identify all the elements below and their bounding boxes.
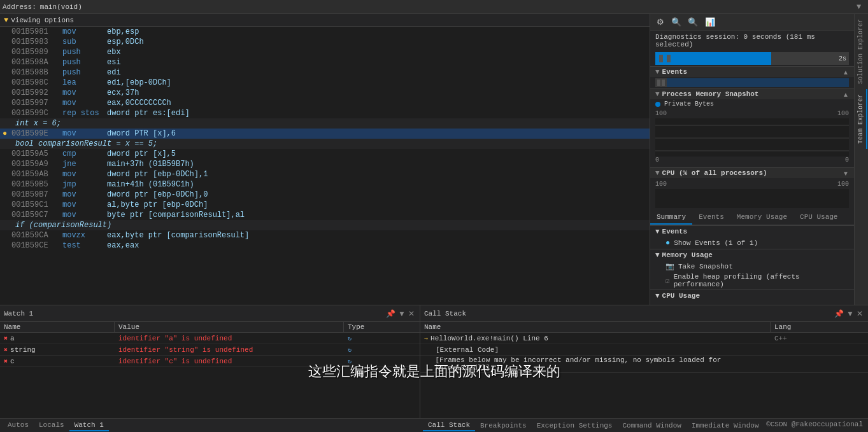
watch-col-value: Value [115, 322, 344, 332]
diag-snapshot-btn[interactable]: 📊 [704, 17, 716, 27]
take-snapshot-row[interactable]: 📷 Take Snapshot [650, 261, 854, 272]
line-addr: 001B59B7 [11, 190, 62, 200]
cpu-arrow-icon: ▼ [655, 169, 660, 177]
code-line: 001B59CE test eax,eax [0, 240, 650, 251]
watch-close-btn[interactable]: ✕ [407, 309, 416, 318]
code-area[interactable]: 001B5981 mov ebp,esp 001B5983 sub esp,0D… [0, 27, 650, 305]
cs-col-name: Name [420, 322, 771, 332]
viewing-options-bar[interactable]: ▼ Viewing Options [0, 14, 650, 27]
address-label: Address: [3, 3, 36, 11]
line-mnemonic: movzx [62, 230, 107, 240]
callstack-titlebar: Call Stack 📌 ▼ ✕ [420, 305, 868, 322]
watch-row: ✖ string identifier "string" is undefine… [0, 344, 420, 356]
callstack-close-btn[interactable]: ✕ [855, 309, 864, 318]
code-line: 001B59CA movzx eax,byte ptr [comparisonR… [0, 230, 650, 240]
diag-session-label: Diagnostics session: 0 seconds (181 ms s… [650, 31, 854, 51]
cs-row: ⇒ HelloWorld.exe!main() Line 6 C++ [420, 333, 868, 344]
memory-dot-icon [655, 102, 660, 107]
pause-bar-1 [659, 55, 663, 62]
line-operands: main+41h (01B59C1h) [107, 179, 194, 190]
diag-settings-btn[interactable]: ⚙ [655, 17, 665, 27]
diag-events-title: Events [662, 228, 688, 235]
solution-explorer-tab[interactable]: Solution Explorer [855, 14, 867, 89]
watch-error-icon: ✖ [4, 346, 8, 354]
line-operands: ecx,37h [107, 88, 139, 98]
code-line: 001B5989 push ebx [0, 47, 650, 57]
diag-memory-section-row: ▼ Memory Usage [650, 249, 854, 261]
tab-events[interactable]: Events [692, 211, 730, 225]
watch-name: string [10, 346, 36, 354]
watch-cell-value: identifier "a" is undefined [115, 335, 344, 342]
team-explorer-tab[interactable]: Team Explorer [855, 89, 867, 149]
timeline-bar: 2s [655, 52, 849, 65]
watch-name: a [10, 335, 15, 342]
line-addr: 001B5997 [11, 98, 62, 108]
private-bytes-label: Private Bytes [664, 101, 714, 108]
events-scroll-btn[interactable]: ▲ [843, 69, 849, 76]
refresh-icon: ↻ [348, 358, 352, 365]
line-mnemonic: mov [62, 129, 107, 139]
memory-chart-svg [655, 118, 849, 157]
cs-row: [External Code] [420, 344, 868, 356]
events-section-title: Events [662, 68, 688, 76]
watch-cell-name: ✖ a [0, 335, 115, 342]
cs-tab-breakpoints[interactable]: Breakpoints [475, 421, 532, 431]
bottom-tab-locals[interactable]: Locals [34, 420, 69, 431]
line-mnemonic: push [62, 67, 107, 78]
timeline-label: 2s [839, 55, 846, 62]
memory-scroll-btn[interactable]: ▲ [843, 91, 849, 98]
line-mnemonic: mov [62, 88, 107, 98]
cs-row: [Frames below may be incorrect and/or mi… [420, 356, 868, 373]
bottom-area: 这些汇编指令就是上面的源代码编译来的 Watch 1 📌 ▼ ✕ Name Va… [0, 305, 868, 432]
watch-pin-btn[interactable]: 📌 [385, 309, 397, 318]
diag-cpu-title: CPU Usage [662, 292, 700, 300]
cs-tab-call-stack[interactable]: Call Stack [423, 420, 475, 431]
code-line: 001B5992 mov ecx,37h [0, 88, 650, 98]
cs-name: [External Code] [436, 346, 499, 354]
show-events-row[interactable]: ● Show Events (1 of 1) [650, 237, 854, 249]
line-mnemonic: mov [62, 27, 107, 37]
watch-dropdown-btn[interactable]: ▼ [397, 309, 407, 318]
watch-cell-value: identifier "c" is undefined [115, 358, 344, 365]
line-operands: main+37h (01B59B7h) [107, 159, 194, 169]
diag-cpu-expand-icon: ▼ [655, 292, 660, 300]
memory-label-row: Private Bytes [650, 99, 854, 108]
memory-chart-y-labels: 100 100 [655, 110, 849, 117]
code-line: if (comparisonResult) [0, 220, 650, 230]
watch-title: Watch 1 [4, 310, 385, 317]
tab-summary[interactable]: Summary [650, 211, 692, 225]
pause-bar-2 [667, 55, 671, 62]
cpu-section-title: CPU (% of all processors) [662, 169, 767, 177]
diag-zoom-out-btn[interactable]: 🔍 [687, 17, 699, 27]
callstack-title: Call Stack [424, 310, 833, 317]
cpu-scroll-btn[interactable]: ▼ [843, 170, 849, 177]
line-addr: 001B5983 [11, 37, 62, 47]
bottom-tab-watch-1[interactable]: Watch 1 [69, 420, 109, 431]
viewing-options-icon: ▼ [4, 16, 8, 25]
diag-zoom-in-btn[interactable]: 🔍 [670, 17, 683, 27]
address-dropdown-icon[interactable]: ▼ [857, 3, 865, 11]
line-addr: 001B59B5 [11, 179, 62, 190]
code-line: 001B59C7 mov byte ptr [comparisonResult]… [0, 210, 650, 220]
line-operands: dword ptr [x],5 [107, 149, 176, 159]
cs-tab-immediate-window[interactable]: Immediate Window [687, 421, 764, 431]
tab-cpu-usage[interactable]: CPU Usage [793, 211, 844, 225]
enable-heap-row[interactable]: ☑ Enable heap profiling (affects perform… [650, 272, 854, 289]
tab-memory-usage[interactable]: Memory Usage [730, 211, 793, 225]
memory-section-header: ▼ Process Memory Snapshot ▲ [650, 88, 854, 99]
bottom-tab-autos[interactable]: Autos [3, 420, 34, 431]
line-mnemonic: lea [62, 78, 107, 88]
events-timeline-row [650, 77, 854, 88]
callstack-pin-btn[interactable]: 📌 [833, 309, 845, 318]
timeline-pause-controls [658, 55, 672, 62]
callstack-dropdown-btn[interactable]: ▼ [845, 309, 855, 318]
refresh-icon: ↻ [348, 346, 352, 354]
cs-tab-exception-settings[interactable]: Exception Settings [532, 421, 618, 431]
line-addr: 001B598C [11, 78, 62, 88]
events-section-header: ▼ Events ▲ [650, 66, 854, 77]
cs-tab-command-window[interactable]: Command Window [617, 421, 686, 431]
code-line: 001B5997 mov eax,0CCCCCCCCh [0, 98, 650, 108]
line-addr: 001B59AB [11, 169, 62, 179]
line-addr: 001B5992 [11, 88, 62, 98]
memory-chart [655, 118, 849, 157]
